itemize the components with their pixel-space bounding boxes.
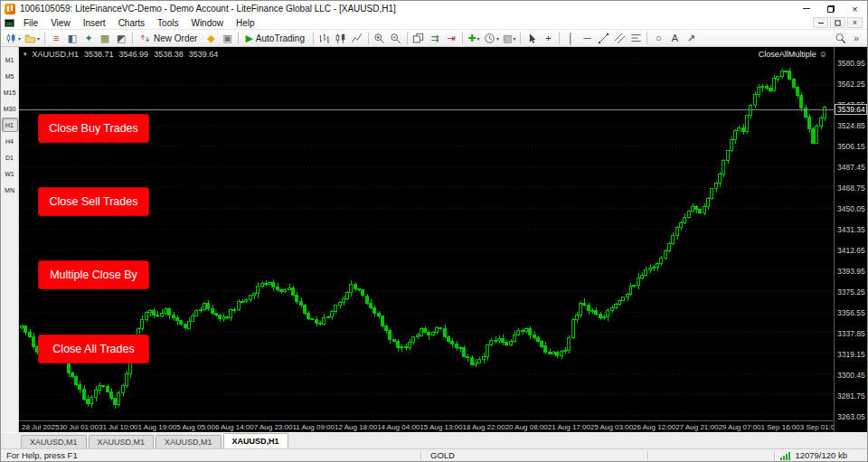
chart-tab-xauusd-m1[interactable]: XAUUSD,M1 <box>156 435 222 448</box>
chart-close-button[interactable]: × <box>847 17 863 28</box>
chart-tab-xauusd-h1[interactable]: XAUUSD,H1 <box>223 433 288 448</box>
toolbar-separator <box>520 32 521 44</box>
toolbar-separator <box>407 32 408 44</box>
timeframe-h4-button[interactable]: H4 <box>2 134 18 148</box>
bar-chart-button[interactable] <box>316 30 333 46</box>
menu-view[interactable]: View <box>44 18 77 28</box>
time-axis-label: 20 Aug 08:00 <box>505 423 548 431</box>
tile-windows-button[interactable] <box>410 30 427 46</box>
menu-window[interactable]: Window <box>184 18 230 28</box>
zoom-out-button[interactable] <box>388 30 404 46</box>
new-chart-button[interactable]: ▾ <box>4 30 23 46</box>
chart-tabs-bar: XAUUSD,M1XAUUSD,M1XAUUSD,M1XAUUSD,H1 <box>1 432 867 448</box>
close-button[interactable]: × <box>843 1 867 16</box>
chart-tab-xauusd-m1[interactable]: XAUUSD,M1 <box>89 435 155 448</box>
zoom-in-button[interactable] <box>372 30 388 46</box>
auto-scroll-button[interactable]: ⇉ <box>427 30 443 46</box>
menu-file[interactable]: File <box>17 18 44 28</box>
market-watch-icon: ≡ <box>53 33 59 43</box>
line-chart-button[interactable] <box>349 30 365 46</box>
auto-scroll-icon: ⇉ <box>430 33 439 43</box>
price-axis-label: 3319.15 <box>837 350 865 359</box>
chart-window-controls: × <box>813 17 864 28</box>
chart-restore-button[interactable] <box>830 17 845 28</box>
vertical-line-icon: │ <box>568 33 574 43</box>
metaeditor-button[interactable]: ◆ <box>203 30 219 46</box>
timeframe-m1-button[interactable]: M1 <box>2 52 18 67</box>
autotrading-button[interactable]: ▶AutoTrading <box>241 30 310 46</box>
main-area: M1M5M15M30H1H4D1W1MN ▾ XAUUSD,H1 3538.71… <box>1 47 867 432</box>
strategy-tester-button[interactable]: ◩ <box>113 30 129 46</box>
timeframe-d1-button[interactable]: D1 <box>2 150 18 165</box>
status-connection: 12079/120 kb <box>795 450 847 460</box>
menu-tools[interactable]: Tools <box>151 18 184 28</box>
navigator-button[interactable]: ✦ <box>80 30 97 46</box>
overlay-close-sell-trades-button[interactable]: Close Sell Trades <box>38 187 149 216</box>
ea-label: CloseAllMultiple ☺ <box>759 50 827 59</box>
vertical-line-button[interactable]: │ <box>562 30 579 46</box>
text-button[interactable]: A <box>666 30 683 46</box>
mt4-window: 1006105059: LiteFinanceVC-Demo - Demo Ac… <box>0 0 868 462</box>
one-click-trading-caret-icon[interactable]: ▾ <box>24 51 27 58</box>
crosshair-button[interactable]: + <box>540 30 556 46</box>
trendline-button[interactable] <box>595 30 611 46</box>
ohlc-low: 3538.38 <box>154 50 184 59</box>
search-button[interactable] <box>832 30 848 46</box>
price-axis-label: 3562.25 <box>837 80 865 89</box>
timeframe-mn-button[interactable]: MN <box>2 183 18 197</box>
more-tools-button[interactable]: » <box>848 30 864 46</box>
overlay-close-buy-trades-button[interactable]: Close Buy Trades <box>38 114 149 143</box>
overlay-close-all-trades-button[interactable]: Close All Trades <box>38 335 149 363</box>
price-axis-label: 3524.85 <box>837 121 865 130</box>
overlay-multiple-close-by-button[interactable]: Multiple Close By <box>38 260 149 289</box>
templates-button[interactable]: ▧▾ <box>501 30 517 46</box>
data-window-button[interactable]: ◧ <box>64 30 80 46</box>
new-order-button[interactable]: New Order <box>136 30 203 46</box>
menu-insert[interactable]: Insert <box>77 18 112 28</box>
channel-button[interactable] <box>611 30 627 46</box>
time-axis-label: 25 Aug 03:00 <box>590 423 633 431</box>
candlestick-chart-button[interactable] <box>333 30 349 46</box>
candlestick-chart <box>19 47 834 420</box>
timeframe-w1-button[interactable]: W1 <box>2 166 18 181</box>
menu-items: FileViewInsertChartsToolsWindowHelp <box>17 18 261 28</box>
price-axis-label: 3393.95 <box>837 267 865 276</box>
toolbar-separator <box>368 32 369 44</box>
restore-button[interactable] <box>818 1 843 16</box>
trendline-icon <box>598 33 609 44</box>
cursor-button[interactable] <box>524 30 540 46</box>
periods-button[interactable]: ▾ <box>482 30 501 46</box>
timeframe-h1-button[interactable]: H1 <box>2 118 18 132</box>
price-axis-label: 3356.55 <box>837 308 865 317</box>
time-axis[interactable]: 28 Jul 202530 Jul 01:0031 Jul 10:001 Aug… <box>19 420 834 432</box>
time-axis-label: 5 Aug 05:00 <box>176 423 215 431</box>
price-axis-label: 3412.65 <box>837 246 865 255</box>
price-axis[interactable]: 3539.64 3580.953562.253543.553524.853506… <box>834 47 867 432</box>
menu-charts[interactable]: Charts <box>112 18 151 28</box>
horizontal-line-button[interactable]: ─ <box>579 30 595 46</box>
bar-chart-icon <box>318 33 330 44</box>
restore-icon <box>827 5 835 13</box>
dropdown-caret-icon: ▾ <box>513 35 515 42</box>
arrows-button[interactable]: ↗ <box>683 30 699 46</box>
terminal-button[interactable]: ▦ <box>97 30 113 46</box>
indicators-button[interactable]: ✚▾ <box>466 30 482 46</box>
chart-shift-button[interactable]: ⇥ <box>443 30 459 46</box>
menu-help[interactable]: Help <box>230 18 261 28</box>
fibonacci-button[interactable] <box>627 30 644 46</box>
time-axis-label: 30 Jul 01:00 <box>59 423 99 431</box>
market-watch-button[interactable]: ≡ <box>48 30 64 46</box>
app-icon <box>5 4 15 14</box>
toolbar-separator <box>44 32 45 44</box>
timeframe-m15-button[interactable]: M15 <box>2 85 18 99</box>
shapes-button[interactable]: ○ <box>650 30 666 46</box>
chart-minimize-button[interactable] <box>813 17 828 28</box>
profiles-button[interactable]: ▾ <box>23 30 42 46</box>
chart-canvas[interactable]: ▾ XAUUSD,H1 3538.71 3546.99 3538.38 3539… <box>19 47 834 420</box>
expert-advisors-button[interactable]: ▣ <box>219 30 235 46</box>
timeframe-m5-button[interactable]: M5 <box>2 69 18 83</box>
timeframe-m30-button[interactable]: M30 <box>2 101 18 116</box>
minimize-button[interactable] <box>794 1 818 16</box>
chart-tab-xauusd-m1[interactable]: XAUUSD,M1 <box>21 435 87 448</box>
toolbar-separator <box>238 32 239 44</box>
